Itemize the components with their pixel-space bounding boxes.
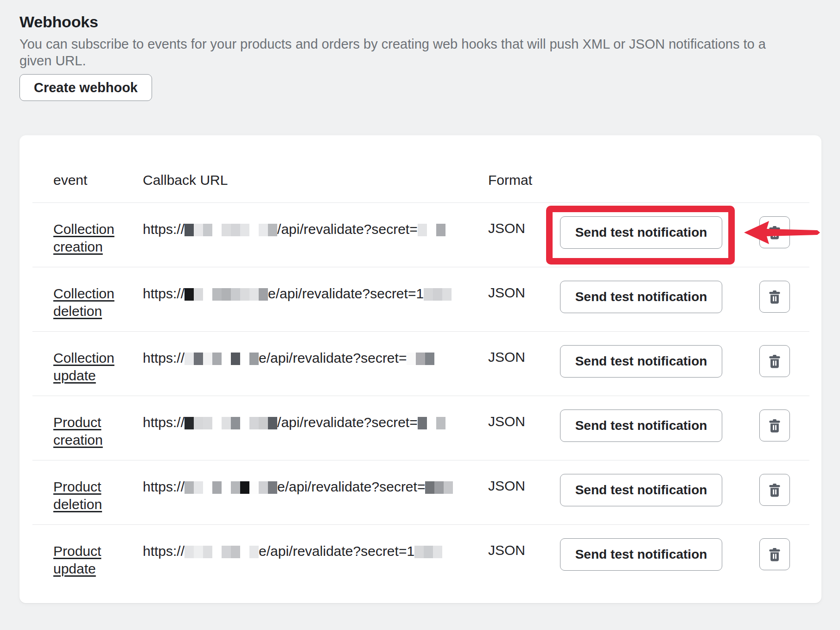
trash-icon: [767, 418, 783, 434]
event-link[interactable]: Collectionupdate: [53, 350, 115, 383]
trash-icon: [767, 225, 783, 240]
send-test-notification-button[interactable]: Send test notification: [560, 474, 722, 506]
format-value: JSON: [488, 220, 525, 236]
event-link[interactable]: Collectioncreation: [53, 221, 115, 254]
event-link[interactable]: Productupdate: [53, 543, 101, 576]
callback-url: https:///api/revalidate?secret=: [143, 415, 445, 430]
redacted-host-blocks: [185, 353, 259, 374]
trash-icon: [767, 353, 783, 369]
delete-webhook-button[interactable]: [759, 410, 790, 441]
webhook-row-product-deletion: Productdeletion https://e/api/revalidate…: [19, 460, 821, 524]
webhook-row-product-update: Productupdate https://e/api/revalidate?s…: [19, 524, 821, 603]
format-value: JSON: [488, 285, 525, 300]
event-link[interactable]: Productcreation: [53, 415, 103, 447]
delete-webhook-button[interactable]: [759, 216, 790, 248]
callback-url: https:///api/revalidate?secret=: [143, 221, 445, 237]
delete-webhook-button[interactable]: [759, 281, 790, 313]
delete-webhook-button[interactable]: [759, 345, 790, 377]
page-description: You can subscribe to events for your pro…: [19, 36, 798, 69]
table-header: event Callback URL Format: [19, 135, 821, 202]
create-webhook-button[interactable]: Create webhook: [19, 74, 152, 101]
event-link[interactable]: Productdeletion: [53, 479, 102, 512]
redacted-secret-blocks: [418, 417, 445, 438]
column-header-callback-url: Callback URL: [143, 172, 488, 202]
column-header-format: Format: [488, 172, 560, 202]
trash-icon: [767, 482, 783, 498]
webhook-row-collection-creation: Collectioncreation https:///api/revalida…: [19, 202, 821, 267]
redacted-host-blocks: [185, 481, 277, 503]
redacted-secret-blocks: [424, 288, 452, 309]
redacted-secret-blocks: [414, 546, 442, 567]
webhooks-table-card: event Callback URL Format Collectioncrea…: [19, 135, 821, 603]
format-value: JSON: [488, 478, 525, 493]
redacted-host-blocks: [185, 417, 277, 438]
callback-url: https://e/api/revalidate?secret=: [143, 479, 453, 494]
redacted-secret-blocks: [407, 353, 434, 374]
webhook-row-collection-deletion: Collectiondeletion https://e/api/revalid…: [19, 267, 821, 331]
callback-url: https://e/api/revalidate?secret=1: [143, 286, 452, 301]
page-title: Webhooks: [19, 13, 821, 31]
delete-webhook-button[interactable]: [759, 538, 790, 570]
format-value: JSON: [488, 414, 525, 429]
send-test-notification-button[interactable]: Send test notification: [560, 281, 722, 313]
delete-webhook-button[interactable]: [759, 474, 790, 506]
trash-icon: [767, 547, 783, 562]
trash-icon: [767, 289, 783, 305]
redacted-host-blocks: [185, 288, 268, 309]
event-link[interactable]: Collectiondeletion: [53, 286, 115, 319]
callback-url: https://e/api/revalidate?secret=1: [143, 543, 442, 559]
redacted-host-blocks: [185, 546, 259, 567]
column-header-event: event: [19, 172, 143, 202]
format-value: JSON: [488, 542, 525, 558]
send-test-notification-button[interactable]: Send test notification: [560, 538, 722, 571]
send-test-notification-button[interactable]: Send test notification: [560, 345, 722, 378]
callback-url: https://e/api/revalidate?secret=: [143, 350, 434, 365]
redacted-secret-blocks: [418, 224, 445, 245]
webhooks-settings-page: Webhooks You can subscribe to events for…: [0, 0, 840, 630]
send-test-notification-button[interactable]: Send test notification: [560, 410, 722, 442]
send-test-notification-button[interactable]: Send test notification: [560, 216, 722, 249]
format-value: JSON: [488, 349, 525, 365]
webhook-row-product-creation: Productcreation https:///api/revalidate?…: [19, 396, 821, 460]
redacted-secret-blocks: [425, 481, 453, 503]
redacted-host-blocks: [185, 224, 277, 245]
webhook-row-collection-update: Collectionupdate https://e/api/revalidat…: [19, 331, 821, 396]
